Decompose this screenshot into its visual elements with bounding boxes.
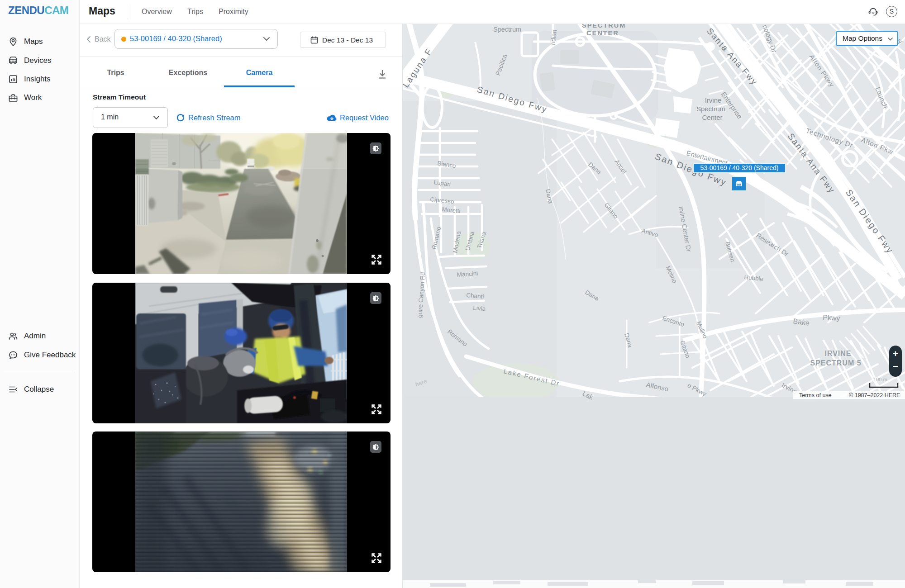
svg-text:Spectrum: Spectrum (696, 105, 725, 113)
svg-text:IRVINE: IRVINE (824, 350, 851, 357)
svg-text:SPECTRUM 5: SPECTRUM 5 (810, 359, 861, 367)
svg-text:Irvine: Irvine (705, 96, 722, 104)
svg-text:© 1987–2022 HERE: © 1987–2022 HERE (849, 392, 900, 398)
svg-text:Center: Center (702, 114, 722, 121)
svg-text:100 m: 100 m (873, 377, 887, 382)
svg-text:CENTER: CENTER (586, 29, 619, 37)
svg-text:Livia: Livia (473, 304, 486, 312)
svg-text:SPECTRUM: SPECTRUM (582, 24, 626, 29)
svg-text:Pkwy: Pkwy (823, 313, 840, 322)
svg-text:Spectrum: Spectrum (493, 26, 521, 33)
svg-text:Terms of use: Terms of use (799, 392, 832, 398)
